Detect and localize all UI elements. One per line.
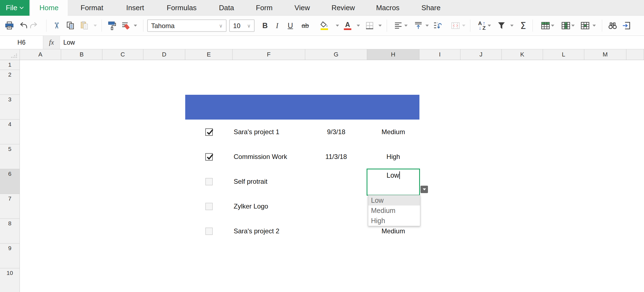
insert-column-button[interactable] (561, 22, 570, 29)
column-header-H[interactable]: H (367, 49, 419, 60)
menu-tab-formulas[interactable]: Formulas (167, 0, 197, 16)
filter-button[interactable] (498, 22, 505, 29)
insert-cells-button[interactable] (581, 22, 590, 29)
strikethrough-button[interactable]: ab (302, 22, 309, 29)
row-header-3[interactable]: 3 (0, 95, 20, 120)
merge-cells-dropdown[interactable] (462, 25, 465, 27)
row-header-5[interactable]: 5 (0, 144, 20, 169)
menu-tab-insert[interactable]: Insert (126, 0, 144, 16)
menu-tab-macros[interactable]: Macros (376, 0, 399, 16)
copy-button[interactable] (67, 21, 75, 30)
insert-row-dropdown[interactable] (551, 25, 554, 27)
font-name-select[interactable]: Tahoma ∨ (147, 20, 227, 32)
merge-cells-button[interactable] (451, 22, 460, 29)
bold-button[interactable]: B (262, 21, 268, 30)
dropdown-option-low[interactable]: Low (368, 195, 420, 206)
row-header-4[interactable]: 4 (0, 120, 20, 144)
menu-tab-view[interactable]: View (294, 0, 310, 16)
format-painter-button[interactable] (108, 21, 116, 30)
borders-dropdown[interactable] (378, 25, 382, 27)
header-cell-task-name[interactable]: Task Name (233, 60, 305, 85)
file-menu-button[interactable]: File (0, 0, 29, 16)
checkbox-status-row5-checked[interactable] (205, 153, 213, 161)
clear-format-button[interactable] (122, 21, 130, 30)
header-cell-priority[interactable]: Priority (367, 60, 419, 85)
checkbox-status-row7-unchecked[interactable] (205, 203, 213, 210)
header-cell-date-completed[interactable]: Date completed (305, 60, 367, 85)
cell-priority-row5[interactable]: High (367, 144, 419, 169)
menu-tab-home[interactable]: Home (39, 0, 58, 16)
vertical-align-button[interactable] (414, 22, 422, 29)
text-wrap-button[interactable] (433, 22, 442, 29)
font-size-select[interactable]: 10 ∨ (229, 20, 255, 32)
row-header-2[interactable]: 2 (0, 70, 20, 95)
row-header-1[interactable]: 1 (0, 60, 20, 70)
borders-button[interactable] (366, 22, 373, 29)
redo-button[interactable] (30, 22, 37, 29)
horizontal-align-dropdown[interactable] (404, 25, 408, 27)
paste-button[interactable] (80, 21, 89, 30)
column-header-L[interactable]: L (543, 49, 584, 60)
insert-cells-dropdown[interactable] (593, 25, 596, 27)
column-header-D[interactable]: D (143, 49, 185, 60)
column-header-E[interactable]: E (185, 49, 233, 60)
font-color-button[interactable]: A (344, 21, 351, 30)
cut-button[interactable]: ✂ (53, 21, 60, 31)
insert-row-button[interactable] (541, 22, 550, 29)
checkbox-status-row6-unchecked[interactable] (205, 178, 213, 185)
dropdown-option-medium[interactable]: Medium (368, 206, 420, 216)
header-cell-status[interactable]: Status (185, 60, 233, 85)
menu-tab-data[interactable]: Data (219, 0, 234, 16)
vertical-align-dropdown[interactable] (425, 25, 429, 27)
sum-button[interactable]: Σ (520, 20, 526, 31)
cell-task-row6[interactable]: Self protrait (234, 169, 268, 194)
font-color-dropdown[interactable] (357, 25, 360, 27)
filter-dropdown[interactable] (510, 25, 514, 27)
fx-button[interactable]: fx (43, 36, 60, 49)
cell-priority-row4[interactable]: Medium (367, 120, 419, 144)
insert-column-dropdown[interactable] (571, 25, 575, 27)
menu-tab-form[interactable]: Form (256, 0, 273, 16)
import-export-button[interactable] (622, 21, 631, 30)
column-header-M[interactable]: M (584, 49, 626, 60)
dropdown-option-high[interactable]: High (368, 216, 420, 226)
column-header-K[interactable]: K (502, 49, 543, 60)
cell-editor-H6[interactable]: Low (367, 169, 420, 196)
row-header-8[interactable]: 8 (0, 219, 20, 244)
row-header-9[interactable]: 9 (0, 244, 20, 268)
menu-tab-share[interactable]: Share (421, 0, 440, 16)
menu-tab-format[interactable]: Format (81, 0, 103, 16)
underline-button[interactable]: U (288, 21, 293, 30)
horizontal-align-button[interactable] (394, 22, 402, 29)
sort-button[interactable]: A ↑ ↓ Z (478, 21, 485, 30)
menu-tab-review[interactable]: Review (331, 0, 355, 16)
column-header-J[interactable]: J (460, 49, 502, 60)
checkbox-status-row8-unchecked[interactable] (205, 228, 213, 235)
clear-format-dropdown[interactable] (134, 25, 137, 27)
formula-input[interactable]: Low (60, 36, 644, 49)
cell-task-row7[interactable]: Zylker Logo (234, 194, 268, 219)
column-header-partial[interactable] (626, 49, 644, 60)
sort-dropdown[interactable] (488, 25, 491, 27)
row-header-7[interactable]: 7 (0, 194, 20, 219)
column-header-I[interactable]: I (419, 49, 460, 60)
cell-dropdown-button[interactable] (421, 186, 428, 193)
fill-color-button[interactable] (320, 21, 328, 30)
cell-date-row4[interactable]: 9/3/18 (305, 120, 367, 144)
cell-task-row4[interactable]: Sara's project 1 (234, 120, 279, 144)
paste-options-dropdown[interactable] (94, 25, 97, 27)
column-header-A[interactable]: A (20, 49, 61, 60)
column-header-C[interactable]: C (102, 49, 143, 60)
cell-name-box[interactable]: H6 (0, 36, 43, 49)
select-all-corner[interactable] (0, 49, 20, 60)
column-header-G[interactable]: G (305, 49, 367, 60)
italic-button[interactable]: I (276, 21, 279, 30)
undo-button[interactable] (20, 22, 28, 29)
find-button[interactable] (608, 22, 617, 29)
row-header-10[interactable]: 10 (0, 268, 20, 292)
cell-task-row8[interactable]: Sara's project 2 (234, 219, 279, 244)
fill-color-dropdown[interactable] (336, 25, 339, 27)
column-header-F[interactable]: F (233, 49, 305, 60)
cell-task-row5[interactable]: Commission Work (234, 144, 287, 169)
cell-date-row5[interactable]: 11/3/18 (305, 144, 367, 169)
